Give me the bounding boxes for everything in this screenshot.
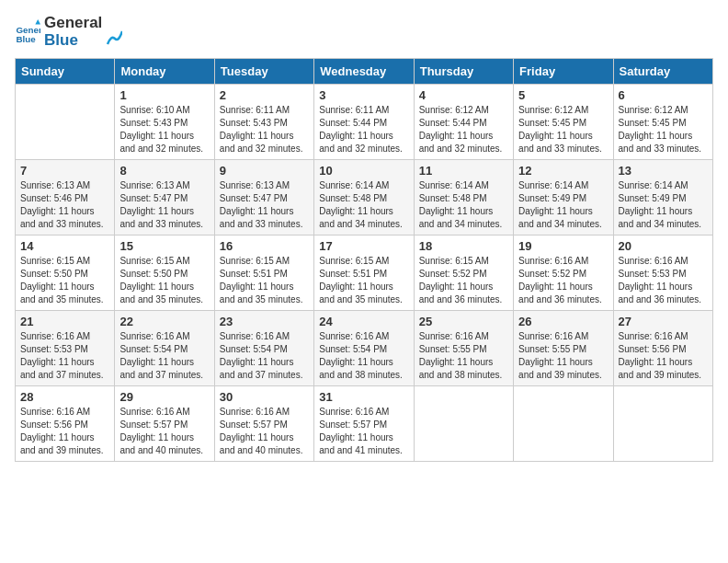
days-of-week-header: SundayMondayTuesdayWednesdayThursdayFrid… — [16, 59, 713, 85]
day-number: 31 — [319, 390, 408, 404]
calendar-week-1: 1Sunrise: 6:10 AMSunset: 5:43 PMDaylight… — [16, 85, 713, 160]
calendar-cell: 21Sunrise: 6:16 AMSunset: 5:53 PMDayligh… — [16, 311, 115, 386]
calendar-cell: 6Sunrise: 6:12 AMSunset: 5:45 PMDaylight… — [613, 85, 712, 160]
day-info: Sunrise: 6:12 AMSunset: 5:45 PMDaylight:… — [518, 104, 608, 155]
calendar-cell: 29Sunrise: 6:16 AMSunset: 5:57 PMDayligh… — [115, 386, 214, 462]
day-number: 7 — [20, 164, 109, 178]
day-info: Sunrise: 6:16 AMSunset: 5:57 PMDaylight:… — [119, 406, 209, 457]
day-number: 12 — [518, 164, 608, 178]
day-number: 25 — [419, 315, 508, 328]
day-info: Sunrise: 6:16 AMSunset: 5:53 PMDaylight:… — [20, 330, 109, 382]
calendar-cell — [16, 85, 115, 160]
day-number: 21 — [20, 315, 109, 328]
calendar-cell: 26Sunrise: 6:16 AMSunset: 5:55 PMDayligh… — [514, 311, 613, 386]
calendar-cell: 2Sunrise: 6:11 AMSunset: 5:43 PMDaylight… — [214, 85, 313, 160]
svg-marker-2 — [35, 19, 40, 25]
day-number: 17 — [319, 239, 408, 253]
day-number: 26 — [518, 315, 608, 328]
day-info: Sunrise: 6:13 AMSunset: 5:46 PMDaylight:… — [20, 179, 109, 231]
day-info: Sunrise: 6:13 AMSunset: 5:47 PMDaylight:… — [220, 179, 309, 231]
day-info: Sunrise: 6:16 AMSunset: 5:54 PMDaylight:… — [319, 330, 408, 382]
calendar-cell: 13Sunrise: 6:14 AMSunset: 5:49 PMDayligh… — [613, 160, 712, 236]
calendar-cell: 25Sunrise: 6:16 AMSunset: 5:55 PMDayligh… — [414, 311, 513, 386]
logo-text-line2: Blue — [44, 32, 102, 50]
day-number: 29 — [119, 390, 209, 404]
day-number: 28 — [20, 390, 109, 404]
calendar-cell: 31Sunrise: 6:16 AMSunset: 5:57 PMDayligh… — [314, 386, 414, 462]
calendar-cell: 15Sunrise: 6:15 AMSunset: 5:50 PMDayligh… — [115, 236, 214, 311]
calendar-cell: 8Sunrise: 6:13 AMSunset: 5:47 PMDaylight… — [115, 160, 214, 236]
calendar-cell — [514, 386, 613, 462]
day-number: 1 — [119, 88, 209, 102]
calendar-cell — [613, 386, 712, 462]
day-number: 22 — [119, 315, 209, 328]
dow-header-wednesday: Wednesday — [314, 59, 414, 85]
calendar-cell — [414, 386, 513, 462]
calendar-body: 1Sunrise: 6:10 AMSunset: 5:43 PMDaylight… — [16, 85, 713, 462]
calendar-cell: 11Sunrise: 6:14 AMSunset: 5:48 PMDayligh… — [414, 160, 513, 236]
day-info: Sunrise: 6:15 AMSunset: 5:50 PMDaylight:… — [119, 255, 209, 306]
calendar-cell: 16Sunrise: 6:15 AMSunset: 5:51 PMDayligh… — [214, 236, 313, 311]
day-info: Sunrise: 6:16 AMSunset: 5:57 PMDaylight:… — [220, 406, 309, 457]
logo-wave-icon — [106, 18, 122, 46]
day-number: 11 — [419, 164, 508, 178]
day-number: 3 — [319, 88, 408, 102]
calendar-cell: 18Sunrise: 6:15 AMSunset: 5:52 PMDayligh… — [414, 236, 513, 311]
dow-header-sunday: Sunday — [16, 59, 115, 85]
day-number: 2 — [220, 88, 309, 102]
day-number: 18 — [419, 239, 508, 253]
calendar-cell: 5Sunrise: 6:12 AMSunset: 5:45 PMDaylight… — [514, 85, 613, 160]
dow-header-monday: Monday — [115, 59, 214, 85]
calendar-cell: 12Sunrise: 6:14 AMSunset: 5:49 PMDayligh… — [514, 160, 613, 236]
calendar-cell: 22Sunrise: 6:16 AMSunset: 5:54 PMDayligh… — [115, 311, 214, 386]
day-number: 15 — [119, 239, 209, 253]
day-info: Sunrise: 6:16 AMSunset: 5:56 PMDaylight:… — [20, 406, 109, 457]
day-info: Sunrise: 6:12 AMSunset: 5:45 PMDaylight:… — [619, 104, 708, 155]
dow-header-tuesday: Tuesday — [214, 59, 313, 85]
day-info: Sunrise: 6:16 AMSunset: 5:53 PMDaylight:… — [619, 255, 708, 306]
day-number: 16 — [220, 239, 309, 253]
day-number: 5 — [518, 88, 608, 102]
calendar-cell: 10Sunrise: 6:14 AMSunset: 5:48 PMDayligh… — [314, 160, 414, 236]
calendar-cell: 24Sunrise: 6:16 AMSunset: 5:54 PMDayligh… — [314, 311, 414, 386]
dow-header-saturday: Saturday — [613, 59, 712, 85]
day-info: Sunrise: 6:16 AMSunset: 5:55 PMDaylight:… — [518, 330, 608, 382]
day-number: 27 — [619, 315, 708, 328]
svg-text:Blue: Blue — [16, 34, 36, 44]
dow-header-thursday: Thursday — [414, 59, 513, 85]
day-number: 14 — [20, 239, 109, 253]
page-header: General Blue General Blue — [15, 15, 713, 49]
day-info: Sunrise: 6:16 AMSunset: 5:54 PMDaylight:… — [119, 330, 209, 382]
day-info: Sunrise: 6:10 AMSunset: 5:43 PMDaylight:… — [119, 104, 209, 155]
day-info: Sunrise: 6:16 AMSunset: 5:52 PMDaylight:… — [518, 255, 608, 306]
day-info: Sunrise: 6:15 AMSunset: 5:50 PMDaylight:… — [20, 255, 109, 306]
day-info: Sunrise: 6:15 AMSunset: 5:52 PMDaylight:… — [419, 255, 508, 306]
calendar-cell: 27Sunrise: 6:16 AMSunset: 5:56 PMDayligh… — [613, 311, 712, 386]
day-info: Sunrise: 6:13 AMSunset: 5:47 PMDaylight:… — [119, 179, 209, 231]
day-info: Sunrise: 6:16 AMSunset: 5:55 PMDaylight:… — [419, 330, 508, 382]
calendar-cell: 4Sunrise: 6:12 AMSunset: 5:44 PMDaylight… — [414, 85, 513, 160]
calendar-cell: 1Sunrise: 6:10 AMSunset: 5:43 PMDaylight… — [115, 85, 214, 160]
calendar-cell: 14Sunrise: 6:15 AMSunset: 5:50 PMDayligh… — [16, 236, 115, 311]
day-info: Sunrise: 6:14 AMSunset: 5:49 PMDaylight:… — [518, 179, 608, 231]
calendar-cell: 17Sunrise: 6:15 AMSunset: 5:51 PMDayligh… — [314, 236, 414, 311]
day-number: 13 — [619, 164, 708, 178]
day-number: 19 — [518, 239, 608, 253]
day-info: Sunrise: 6:11 AMSunset: 5:44 PMDaylight:… — [319, 104, 408, 155]
day-info: Sunrise: 6:16 AMSunset: 5:56 PMDaylight:… — [619, 330, 708, 382]
day-info: Sunrise: 6:14 AMSunset: 5:48 PMDaylight:… — [319, 179, 408, 231]
calendar-cell: 9Sunrise: 6:13 AMSunset: 5:47 PMDaylight… — [214, 160, 313, 236]
day-number: 6 — [619, 88, 708, 102]
calendar-table: SundayMondayTuesdayWednesdayThursdayFrid… — [15, 58, 713, 462]
day-number: 23 — [220, 315, 309, 328]
logo: General Blue General Blue — [15, 15, 122, 49]
day-number: 8 — [119, 164, 209, 178]
calendar-cell: 20Sunrise: 6:16 AMSunset: 5:53 PMDayligh… — [613, 236, 712, 311]
calendar-cell: 3Sunrise: 6:11 AMSunset: 5:44 PMDaylight… — [314, 85, 414, 160]
day-info: Sunrise: 6:15 AMSunset: 5:51 PMDaylight:… — [319, 255, 408, 306]
day-info: Sunrise: 6:14 AMSunset: 5:49 PMDaylight:… — [619, 179, 708, 231]
day-number: 30 — [220, 390, 309, 404]
day-number: 4 — [419, 88, 508, 102]
calendar-cell: 30Sunrise: 6:16 AMSunset: 5:57 PMDayligh… — [214, 386, 313, 462]
calendar-cell: 28Sunrise: 6:16 AMSunset: 5:56 PMDayligh… — [16, 386, 115, 462]
